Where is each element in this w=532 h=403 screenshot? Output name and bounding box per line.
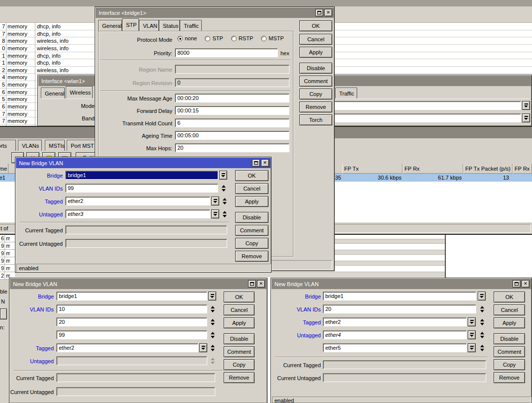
copy-button[interactable]: Copy	[235, 238, 268, 249]
bridge-combo[interactable]: bridge1	[56, 292, 207, 301]
untagged-dropdown-button-1[interactable]	[468, 330, 476, 339]
mode-dropdown-button[interactable]	[522, 101, 530, 110]
untagged-spinner-1[interactable]	[479, 330, 485, 339]
comment-button[interactable]: Comment	[235, 225, 268, 236]
list-item[interactable]: 9m	[0, 250, 15, 257]
radio-mstp[interactable]: MSTP	[261, 35, 284, 41]
comment-button[interactable]: Comment	[224, 346, 255, 357]
untagged-dropdown-button-2[interactable]	[468, 343, 476, 352]
vlan-id-field-1[interactable]: 10	[56, 304, 207, 313]
tagged-combo[interactable]: ether2	[323, 317, 467, 326]
disable-button[interactable]: Disable	[299, 63, 332, 74]
comment-button[interactable]: Comment	[494, 346, 525, 357]
tab-stp[interactable]: STP	[122, 18, 139, 31]
comment-button[interactable]: Comment	[299, 76, 332, 87]
column-header-fp-tx-packet[interactable]: FP Tx Packet (p/s)	[463, 164, 513, 174]
untagged-combo-2[interactable]: ether5	[323, 343, 467, 352]
vlan-id-field-2[interactable]: 20	[56, 317, 207, 326]
untagged-spinner[interactable]	[221, 209, 228, 218]
tagged-combo[interactable]: ether2	[56, 343, 198, 352]
tagged-dropdown-button[interactable]	[199, 343, 207, 352]
tab-general[interactable]: General	[41, 88, 65, 99]
apply-button[interactable]: Apply	[224, 317, 255, 328]
untagged-dropdown-button[interactable]	[211, 209, 219, 218]
untagged-combo-1[interactable]: ether4	[323, 330, 467, 339]
remove-button[interactable]: Remove	[224, 372, 255, 383]
bridge-dropdown-button[interactable]	[219, 171, 227, 180]
vlan-ids-spinner[interactable]	[479, 304, 485, 313]
radio-none[interactable]: none	[177, 35, 197, 41]
maximize-button[interactable]	[248, 280, 256, 288]
max-hops-field[interactable]: 20	[175, 143, 289, 152]
ok-button[interactable]: OK	[235, 170, 268, 181]
tab-status[interactable]: Status	[159, 20, 180, 31]
priority-field[interactable]: 8000	[175, 48, 278, 57]
ageing-time-field[interactable]: 00:05:00	[175, 131, 289, 140]
copy-button[interactable]: Copy	[494, 359, 525, 370]
tagged-spinner[interactable]	[479, 317, 485, 326]
maximize-button[interactable]	[513, 280, 521, 288]
column-header-fp-rx[interactable]: FP Rx	[402, 164, 463, 174]
column-header-fp-rx-packet[interactable]: FP Rx P	[513, 164, 532, 174]
tab-vlan[interactable]: VLAN	[139, 20, 159, 31]
torch-button[interactable]: Torch	[299, 114, 332, 125]
max-message-age-field[interactable]: 00:00:20	[175, 94, 289, 102]
cancel-button[interactable]: Cancel	[299, 34, 332, 45]
copy-button[interactable]: Copy	[299, 89, 332, 100]
cancel-button[interactable]: Cancel	[224, 304, 255, 315]
close-button[interactable]: ✕	[522, 280, 530, 288]
vlan-id-spinner-1[interactable]	[209, 304, 216, 313]
tab-vlans[interactable]: VLANs	[18, 140, 42, 151]
vlan-dialog-titlebar[interactable]: New Bridge VLAN	[16, 158, 270, 168]
forward-delay-field[interactable]: 00:00:15	[175, 106, 289, 115]
copy-button[interactable]: Copy	[224, 359, 255, 370]
remove-button[interactable]: Remove	[494, 372, 525, 383]
bridge-dropdown-button[interactable]	[478, 292, 486, 301]
disable-button[interactable]: Disable	[494, 333, 525, 344]
band-dropdown-button[interactable]	[522, 113, 530, 122]
transmit-hold-count-field[interactable]: 6	[175, 118, 289, 127]
tab-ports[interactable]: Ports	[0, 140, 16, 151]
close-button[interactable]: ✕	[261, 159, 269, 167]
cancel-button[interactable]: Cancel	[494, 304, 525, 315]
list-item[interactable]: 9m	[0, 242, 15, 250]
apply-button[interactable]: Apply	[235, 196, 268, 207]
vlan-dialog-titlebar[interactable]: New Bridge VLAN	[10, 279, 266, 289]
list-item[interactable]: 9m	[0, 265, 15, 272]
radio-rstp[interactable]: RSTP	[231, 35, 253, 41]
tab-wireless[interactable]: Wireless	[66, 86, 93, 99]
bridge-dialog-titlebar[interactable]: Interface <bridge1>	[96, 7, 334, 18]
bridge-dropdown-button[interactable]	[208, 292, 216, 301]
bridge-combo[interactable]: bridge1	[65, 171, 218, 180]
close-button[interactable]: ✕	[257, 280, 265, 288]
remove-button[interactable]: Remove	[299, 101, 332, 112]
bridge-combo[interactable]: bridge1	[323, 292, 476, 301]
vlan-ids-field[interactable]: 99	[65, 184, 218, 193]
close-button[interactable]: ✕	[324, 9, 332, 16]
disable-button[interactable]: Disable	[224, 333, 255, 344]
vlan-id-field-3[interactable]: 99	[56, 330, 207, 339]
vlan-dialog-titlebar[interactable]: New Bridge VLAN	[271, 279, 531, 289]
ok-button[interactable]: OK	[299, 20, 332, 31]
tagged-spinner[interactable]	[221, 197, 228, 205]
hidden-button-sliver[interactable]	[0, 308, 7, 319]
tagged-combo[interactable]: ether2	[65, 197, 210, 205]
untagged-combo[interactable]: ether3	[65, 209, 210, 218]
ok-button[interactable]: OK	[494, 292, 525, 302]
disable-button[interactable]: Disable	[235, 212, 268, 223]
tab-traffic[interactable]: Traffic	[335, 88, 357, 99]
list-item[interactable]: 6m	[0, 235, 15, 242]
tab-mstis[interactable]: MSTIs	[45, 140, 65, 151]
cancel-button[interactable]: Cancel	[235, 183, 268, 194]
radio-stp[interactable]: STP	[205, 35, 223, 41]
remove-button[interactable]: Remove	[235, 251, 268, 262]
untagged-spinner-2[interactable]	[479, 343, 485, 352]
maximize-button[interactable]	[315, 9, 323, 16]
vlan-ids-spinner[interactable]	[220, 184, 227, 193]
tagged-dropdown-button[interactable]	[468, 317, 476, 326]
column-header-name[interactable]: Name	[0, 164, 8, 174]
tagged-spinner[interactable]	[209, 343, 216, 352]
tagged-dropdown-button[interactable]	[211, 197, 219, 205]
apply-button[interactable]: Apply	[494, 317, 525, 328]
column-header-fp-tx[interactable]: FP Tx	[342, 164, 402, 174]
